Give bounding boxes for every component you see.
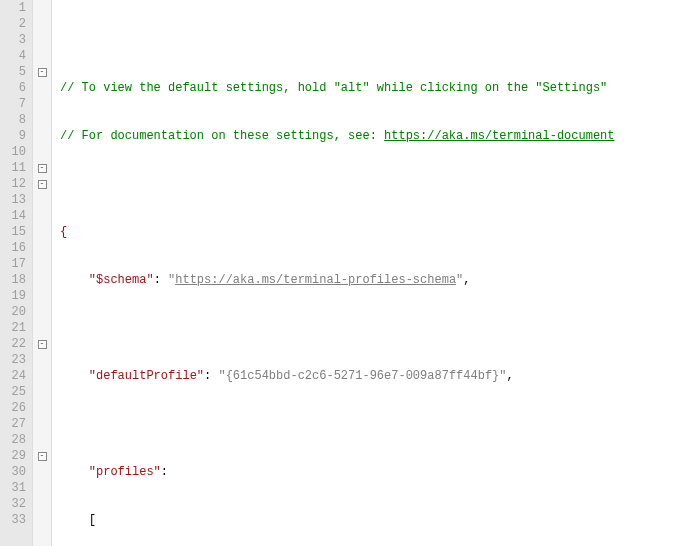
fold-toggle-icon[interactable]: - <box>38 452 47 461</box>
fold-cell <box>33 208 51 224</box>
code-line <box>60 32 697 48</box>
fold-cell <box>33 272 51 288</box>
line-number: 30 <box>4 464 26 480</box>
fold-cell <box>33 496 51 512</box>
line-number: 27 <box>4 416 26 432</box>
line-number: 18 <box>4 272 26 288</box>
line-number: 29 <box>4 448 26 464</box>
code-line: // For documentation on these settings, … <box>60 128 697 144</box>
fold-cell <box>33 256 51 272</box>
fold-cell <box>33 32 51 48</box>
fold-toggle-icon[interactable]: - <box>38 340 47 349</box>
fold-cell <box>33 128 51 144</box>
code-line <box>60 176 697 192</box>
fold-cell <box>33 80 51 96</box>
code-line: "$schema": "https://aka.ms/terminal-prof… <box>60 272 697 288</box>
line-number: 28 <box>4 432 26 448</box>
fold-cell: - <box>33 160 51 176</box>
fold-toggle-icon[interactable]: - <box>38 164 47 173</box>
fold-cell <box>33 464 51 480</box>
fold-cell <box>33 304 51 320</box>
fold-cell <box>33 432 51 448</box>
line-number: 33 <box>4 512 26 528</box>
line-number: 26 <box>4 400 26 416</box>
line-number: 10 <box>4 144 26 160</box>
line-number: 21 <box>4 320 26 336</box>
line-number: 16 <box>4 240 26 256</box>
line-number: 20 <box>4 304 26 320</box>
line-number: 14 <box>4 208 26 224</box>
line-number: 17 <box>4 256 26 272</box>
line-number: 6 <box>4 80 26 96</box>
code-line: "profiles": <box>60 464 697 480</box>
line-number: 11 <box>4 160 26 176</box>
line-number: 1 <box>4 0 26 16</box>
line-number: 15 <box>4 224 26 240</box>
fold-cell: - <box>33 336 51 352</box>
code-line <box>60 320 697 336</box>
fold-cell <box>33 288 51 304</box>
line-number: 32 <box>4 496 26 512</box>
line-number: 3 <box>4 32 26 48</box>
line-number: 12 <box>4 176 26 192</box>
fold-cell <box>33 112 51 128</box>
code-editor[interactable]: 1234567891011121314151617181920212223242… <box>0 0 697 546</box>
line-number: 13 <box>4 192 26 208</box>
fold-cell <box>33 416 51 432</box>
fold-cell <box>33 368 51 384</box>
line-number: 7 <box>4 96 26 112</box>
fold-toggle-icon[interactable]: - <box>38 68 47 77</box>
fold-cell <box>33 352 51 368</box>
line-number: 22 <box>4 336 26 352</box>
line-number: 8 <box>4 112 26 128</box>
line-number: 19 <box>4 288 26 304</box>
fold-cell <box>33 320 51 336</box>
code-line <box>60 416 697 432</box>
fold-cell <box>33 384 51 400</box>
line-number: 4 <box>4 48 26 64</box>
line-number-gutter: 1234567891011121314151617181920212223242… <box>0 0 33 546</box>
line-number: 25 <box>4 384 26 400</box>
fold-cell <box>33 16 51 32</box>
code-line: // To view the default settings, hold "a… <box>60 80 697 96</box>
fold-gutter: ----- <box>33 0 52 546</box>
code-line: { <box>60 224 697 240</box>
line-number: 23 <box>4 352 26 368</box>
fold-cell <box>33 480 51 496</box>
line-number: 5 <box>4 64 26 80</box>
fold-cell <box>33 512 51 528</box>
fold-toggle-icon[interactable]: - <box>38 180 47 189</box>
line-number: 31 <box>4 480 26 496</box>
fold-cell <box>33 144 51 160</box>
code-area[interactable]: // To view the default settings, hold "a… <box>52 0 697 546</box>
line-number: 24 <box>4 368 26 384</box>
fold-cell <box>33 240 51 256</box>
fold-cell <box>33 96 51 112</box>
line-number: 2 <box>4 16 26 32</box>
fold-cell: - <box>33 64 51 80</box>
fold-cell <box>33 400 51 416</box>
fold-cell <box>33 0 51 16</box>
code-line: [ <box>60 512 697 528</box>
fold-cell: - <box>33 448 51 464</box>
code-line: "defaultProfile": "{61c54bbd-c2c6-5271-9… <box>60 368 697 384</box>
fold-cell <box>33 48 51 64</box>
line-number: 9 <box>4 128 26 144</box>
fold-cell <box>33 224 51 240</box>
fold-cell <box>33 192 51 208</box>
fold-cell: - <box>33 176 51 192</box>
